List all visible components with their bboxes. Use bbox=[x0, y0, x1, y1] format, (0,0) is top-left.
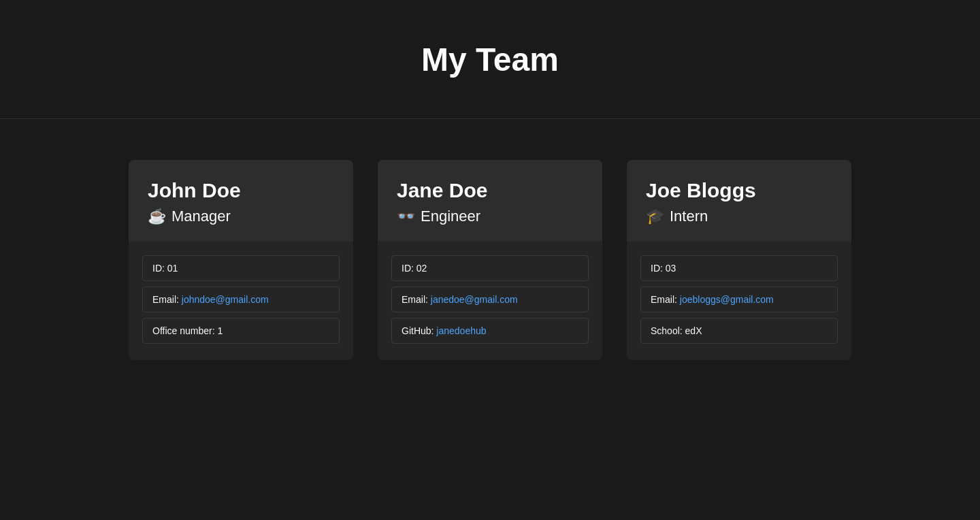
role-icon-3: 🎓 bbox=[646, 208, 664, 225]
member-name-3: Joe Bloggs bbox=[646, 179, 832, 202]
team-card-2: Jane Doe👓EngineerID: 02Email: janedoe@gm… bbox=[378, 160, 602, 360]
role-icon-1: ☕ bbox=[148, 208, 166, 225]
link-value-3-2[interactable]: joebloggs@gmail.com bbox=[680, 294, 774, 305]
card-header-1: John Doe☕Manager bbox=[129, 160, 353, 242]
info-field-3-3: School: edX bbox=[640, 318, 838, 344]
team-card-1: John Doe☕ManagerID: 01Email: johndoe@gma… bbox=[129, 160, 353, 360]
card-body-3: ID: 03Email: joebloggs@gmail.comSchool: … bbox=[627, 242, 851, 360]
info-field-1-1: ID: 01 bbox=[142, 255, 340, 281]
info-field-2-2: Email: janedoe@gmail.com bbox=[391, 287, 589, 312]
info-field-2-1: ID: 02 bbox=[391, 255, 589, 281]
role-icon-2: 👓 bbox=[397, 208, 415, 225]
info-field-1-3: Office number: 1 bbox=[142, 318, 340, 344]
info-field-2-3: GitHub: janedoehub bbox=[391, 318, 589, 344]
info-field-3-2: Email: joebloggs@gmail.com bbox=[640, 287, 838, 312]
card-body-1: ID: 01Email: johndoe@gmail.comOffice num… bbox=[129, 242, 353, 360]
team-grid: John Doe☕ManagerID: 01Email: johndoe@gma… bbox=[0, 119, 980, 401]
member-name-1: John Doe bbox=[148, 179, 334, 202]
info-field-1-2: Email: johndoe@gmail.com bbox=[142, 287, 340, 312]
role-label-1: Manager bbox=[172, 208, 231, 225]
card-header-2: Jane Doe👓Engineer bbox=[378, 160, 602, 242]
page-header: My Team bbox=[0, 0, 980, 119]
member-role-2: 👓Engineer bbox=[397, 208, 583, 225]
role-label-3: Intern bbox=[670, 208, 708, 225]
member-name-2: Jane Doe bbox=[397, 179, 583, 202]
team-card-3: Joe Bloggs🎓InternID: 03Email: joebloggs@… bbox=[627, 160, 851, 360]
member-role-3: 🎓Intern bbox=[646, 208, 832, 225]
link-value-2-2[interactable]: janedoe@gmail.com bbox=[431, 294, 518, 305]
link-value-2-3[interactable]: janedoehub bbox=[436, 325, 486, 336]
info-field-3-1: ID: 03 bbox=[640, 255, 838, 281]
link-value-1-2[interactable]: johndoe@gmail.com bbox=[182, 294, 269, 305]
member-role-1: ☕Manager bbox=[148, 208, 334, 225]
role-label-2: Engineer bbox=[421, 208, 480, 225]
page-title: My Team bbox=[421, 41, 559, 78]
card-header-3: Joe Bloggs🎓Intern bbox=[627, 160, 851, 242]
card-body-2: ID: 02Email: janedoe@gmail.comGitHub: ja… bbox=[378, 242, 602, 360]
